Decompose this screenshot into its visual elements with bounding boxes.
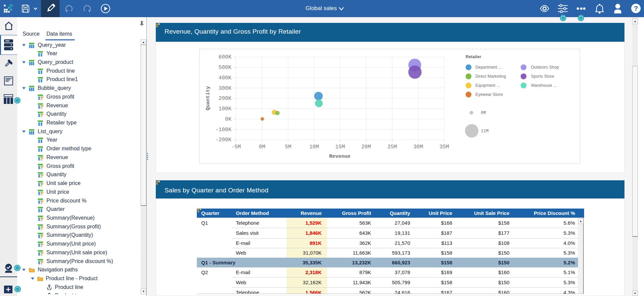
svg-text:10M: 10M (309, 144, 319, 150)
svg-text:Direct Marketing: Direct Marketing (475, 74, 506, 79)
svg-text:Eyewear Store: Eyewear Store (475, 92, 503, 97)
svg-text:Revenue: Revenue (329, 154, 350, 159)
svg-text:Department ...: Department ... (475, 65, 502, 70)
svg-text:Retailer: Retailer (466, 54, 481, 59)
svg-text:Warehouse ...: Warehouse ... (531, 83, 557, 88)
svg-text:15M: 15M (335, 144, 345, 150)
svg-text:Outdoors Shop: Outdoors Shop (531, 65, 559, 70)
svg-text:300K: 300K (219, 85, 232, 91)
svg-text:25M: 25M (387, 144, 397, 150)
svg-text:-200K: -200K (215, 137, 231, 143)
svg-text:20M: 20M (361, 144, 371, 150)
svg-text:100K: 100K (219, 106, 232, 112)
svg-text:Equipment ...: Equipment ... (475, 83, 500, 88)
svg-text:30M: 30M (414, 144, 423, 150)
svg-text:5M: 5M (285, 144, 291, 150)
svg-text:200K: 200K (219, 96, 232, 102)
svg-text:Quantity: Quantity (205, 86, 211, 110)
svg-text:Sports Store: Sports Store (531, 74, 554, 79)
svg-text:600K: 600K (219, 54, 232, 60)
svg-text:0M: 0M (259, 144, 265, 150)
svg-text:0K: 0K (225, 116, 232, 122)
svg-text:500K: 500K (219, 65, 232, 71)
svg-text:-100K: -100K (215, 127, 231, 133)
svg-text:35M: 35M (439, 144, 449, 150)
svg-text:400K: 400K (219, 75, 232, 81)
svg-text:0M: 0M (481, 111, 486, 115)
svg-text:11M: 11M (481, 129, 489, 134)
svg-text:-5M: -5M (231, 144, 241, 150)
